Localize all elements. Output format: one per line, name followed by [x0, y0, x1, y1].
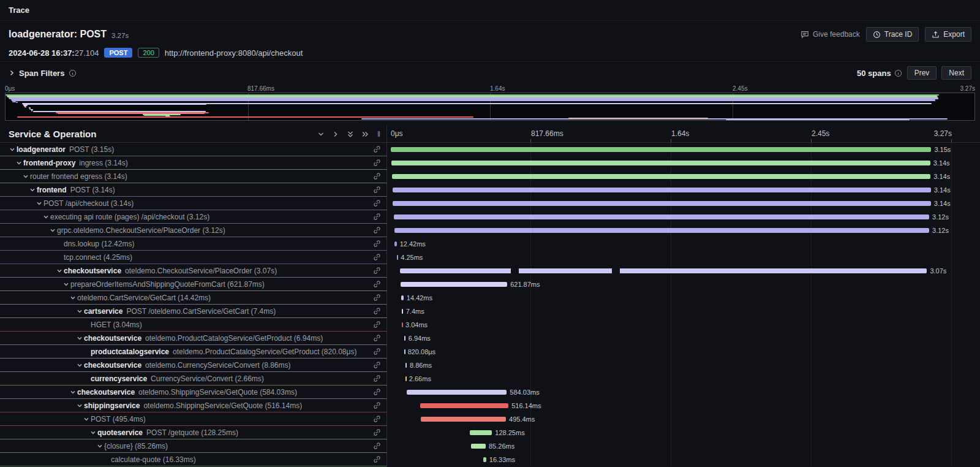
span-bar[interactable]	[470, 430, 492, 435]
span-row[interactable]: checkoutserviceoteldemo.CheckoutService/…	[0, 264, 980, 278]
minimap-canvas[interactable]	[5, 93, 975, 121]
span-name-cell[interactable]: POST /api/checkout (3.14s)	[0, 197, 387, 210]
span-timeline-cell[interactable]: 85.26ms	[387, 439, 980, 453]
span-name-cell[interactable]: loadgeneratorPOST (3.15s)	[0, 143, 387, 156]
span-name-cell[interactable]: {closure} (85.26ms)	[0, 439, 387, 453]
span-timeline-cell[interactable]: 3.07s	[387, 264, 980, 278]
span-row[interactable]: dns.lookup (12.42ms)12.42ms	[0, 237, 980, 251]
span-bar[interactable]	[401, 282, 507, 287]
span-timeline-cell[interactable]: 3.14s	[387, 170, 980, 183]
span-row[interactable]: cartservicePOST /oteldemo.CartService/Ge…	[0, 305, 980, 318]
span-link-icon[interactable]	[368, 374, 386, 382]
span-link-icon[interactable]	[368, 199, 386, 207]
span-row[interactable]: quoteservicePOST /getquote (128.25ms)128…	[0, 426, 980, 439]
span-expander-icon[interactable]	[61, 281, 70, 287]
span-expander-icon[interactable]	[14, 160, 23, 166]
span-bar[interactable]	[400, 268, 927, 273]
span-timeline-cell[interactable]: 3.04ms	[387, 318, 980, 332]
span-expander-icon[interactable]	[34, 200, 43, 207]
span-timeline-cell[interactable]: 14.42ms	[387, 291, 980, 305]
span-expander-icon[interactable]	[95, 443, 104, 449]
span-link-icon[interactable]	[368, 321, 386, 328]
span-link-icon[interactable]	[368, 307, 386, 315]
span-link-icon[interactable]	[368, 145, 386, 153]
span-name-cell[interactable]: grpc.oteldemo.CheckoutService/PlaceOrder…	[0, 224, 387, 237]
span-bar[interactable]	[391, 161, 930, 165]
export-button[interactable]: Export	[925, 27, 971, 42]
span-timeline-cell[interactable]: 12.42ms	[387, 237, 980, 251]
span-timeline-cell[interactable]: 584.03ms	[387, 385, 980, 399]
span-bar[interactable]	[393, 201, 930, 206]
span-expander-icon[interactable]	[81, 416, 91, 422]
span-expander-icon[interactable]	[68, 295, 77, 301]
span-name-cell[interactable]: frontendPOST (3.14s)	[0, 183, 387, 197]
span-bar[interactable]	[402, 322, 403, 327]
span-row[interactable]: frontendPOST (3.14s)3.14s	[0, 183, 980, 197]
span-link-icon[interactable]	[368, 401, 386, 409]
span-expander-icon[interactable]	[75, 403, 84, 409]
span-link-icon[interactable]	[368, 428, 386, 436]
span-row[interactable]: shippingserviceoteldemo.ShippingService/…	[0, 399, 980, 412]
give-feedback-link[interactable]: Give feedback	[801, 30, 860, 39]
span-row[interactable]: tcp.connect (4.25ms)4.25ms	[0, 251, 980, 264]
span-bar[interactable]	[393, 188, 931, 192]
span-bar[interactable]	[407, 390, 507, 395]
span-bar[interactable]	[405, 363, 407, 368]
span-name-cell[interactable]: checkoutserviceoteldemo.CheckoutService/…	[0, 264, 387, 278]
span-timeline-cell[interactable]: 495.4ms	[387, 412, 980, 426]
collapse-one-icon[interactable]	[317, 131, 325, 138]
span-name-cell[interactable]: checkoutserviceoteldemo.CurrencyService/…	[0, 359, 387, 372]
span-bar[interactable]	[394, 215, 929, 219]
span-timeline-cell[interactable]: 3.15s	[387, 143, 980, 156]
collapse-all-icon[interactable]	[347, 131, 354, 138]
span-link-icon[interactable]	[368, 334, 386, 342]
span-row[interactable]: productcatalogserviceoteldemo.ProductCat…	[0, 345, 980, 359]
span-name-cell[interactable]: executing api route (pages) /api/checkou…	[0, 210, 387, 224]
span-timeline-cell[interactable]: 16.33ms	[387, 453, 980, 466]
span-row[interactable]: loadgeneratorPOST (3.15s)3.15s	[0, 143, 980, 156]
span-bar[interactable]	[483, 457, 486, 462]
span-expander-icon[interactable]	[21, 173, 30, 180]
prev-button[interactable]: Prev	[907, 66, 937, 80]
span-timeline-cell[interactable]: 3.12s	[387, 210, 980, 224]
column-resize-handle[interactable]: ‖	[376, 130, 382, 139]
expand-one-icon[interactable]	[332, 131, 339, 138]
span-link-icon[interactable]	[368, 172, 386, 180]
span-bar[interactable]	[402, 309, 403, 314]
span-row[interactable]: oteldemo.CartService/GetCart (14.42ms)14…	[0, 291, 980, 305]
span-name-cell[interactable]: POST (495.4ms)	[0, 412, 387, 426]
span-name-cell[interactable]: checkoutserviceoteldemo.ProductCatalogSe…	[0, 332, 387, 345]
span-bar[interactable]	[391, 147, 931, 152]
span-timeline-cell[interactable]: 8.86ms	[387, 359, 980, 372]
span-row[interactable]: POST /api/checkout (3.14s)3.14s	[0, 197, 980, 210]
span-row[interactable]: grpc.oteldemo.CheckoutService/PlaceOrder…	[0, 224, 980, 237]
span-expander-icon[interactable]	[55, 268, 64, 274]
span-link-icon[interactable]	[368, 415, 386, 423]
span-link-icon[interactable]	[368, 240, 386, 248]
span-expander-icon[interactable]	[75, 362, 84, 368]
span-link-icon[interactable]	[368, 388, 386, 396]
span-bar[interactable]	[394, 228, 929, 233]
span-name-cell[interactable]: calculate-quote (16.33ms)	[0, 453, 387, 466]
span-link-icon[interactable]	[368, 294, 386, 302]
span-row[interactable]: checkoutserviceoteldemo.ProductCatalogSe…	[0, 332, 980, 345]
span-expander-icon[interactable]	[28, 187, 37, 193]
span-timeline-cell[interactable]: 2.66ms	[387, 372, 980, 385]
span-timeline-cell[interactable]: 3.14s	[387, 156, 980, 170]
next-button[interactable]: Next	[941, 66, 971, 80]
span-timeline-cell[interactable]: 4.25ms	[387, 251, 980, 264]
span-row[interactable]: currencyserviceCurrencyService/Convert (…	[0, 372, 980, 385]
span-link-icon[interactable]	[368, 280, 386, 288]
span-row[interactable]: checkoutserviceoteldemo.ShippingService/…	[0, 385, 980, 399]
span-bar[interactable]	[401, 295, 404, 300]
span-name-cell[interactable]: HGET (3.04ms)	[0, 318, 387, 332]
span-bar[interactable]	[404, 349, 405, 354]
span-row[interactable]: POST (495.4ms)495.4ms	[0, 412, 980, 426]
span-timeline-cell[interactable]: 128.25ms	[387, 426, 980, 439]
span-link-icon[interactable]	[368, 186, 386, 194]
span-link-icon[interactable]	[368, 159, 386, 167]
span-timeline-cell[interactable]: 6.94ms	[387, 332, 980, 345]
span-timeline-cell[interactable]: 3.14s	[387, 197, 980, 210]
span-name-cell[interactable]: currencyserviceCurrencyService/Convert (…	[0, 372, 387, 385]
span-expander-icon[interactable]	[48, 227, 57, 234]
